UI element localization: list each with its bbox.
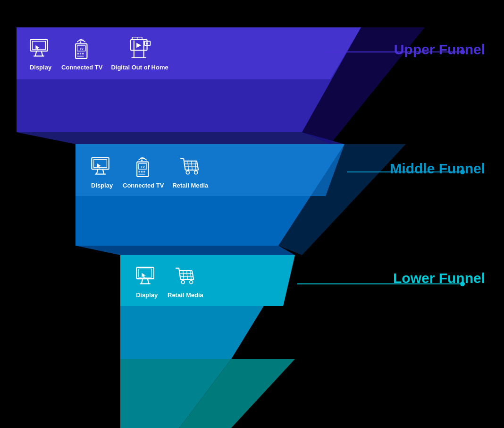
svg-point-81: [190, 280, 193, 283]
svg-rect-24: [80, 52, 81, 54]
dooh-icon: [127, 36, 152, 61]
connected-tv-icon-item: TV Connected TV: [61, 36, 102, 71]
svg-rect-48: [138, 171, 140, 172]
dooh-label: Digital Out of Home: [111, 64, 168, 71]
svg-text:TV: TV: [79, 47, 84, 50]
upper-dot: [460, 50, 465, 54]
connected-tv-icon: TV: [70, 36, 94, 61]
svg-line-15: [35, 51, 37, 56]
svg-point-63: [194, 171, 198, 174]
middle-funnel-label: Middle Funnel: [390, 161, 485, 177]
svg-line-77: [190, 270, 191, 279]
svg-line-66: [142, 279, 143, 283]
lower-retail-media-icon: [173, 264, 198, 289]
funnel-diagram: Display TV: [0, 0, 504, 428]
retail-media-icon-item: Retail Media: [172, 154, 208, 189]
retail-media-label: Retail Media: [172, 182, 208, 189]
middle-connected-tv-label: Connected TV: [123, 182, 164, 189]
svg-point-80: [181, 280, 185, 283]
svg-marker-30: [136, 43, 141, 47]
svg-line-55: [197, 161, 198, 170]
svg-line-59: [195, 161, 196, 170]
lower-funnel-section: Display Retail Media: [120, 255, 307, 307]
retail-media-icon: [178, 154, 202, 179]
svg-point-19: [80, 41, 81, 43]
lower-display-icon-item: Display: [134, 264, 159, 299]
svg-rect-65: [139, 269, 152, 277]
middle-funnel-icons: Display TV Connected TV: [76, 154, 222, 189]
display-label: Display: [30, 64, 51, 71]
middle-connected-tv-icon-item: TV Connected TV: [123, 154, 164, 189]
svg-line-41: [103, 169, 104, 174]
svg-line-53: [184, 158, 185, 170]
middle-connected-tv-icon: TV: [131, 154, 156, 179]
dooh-icon-item: Digital Out of Home: [111, 36, 168, 71]
svg-line-73: [192, 270, 193, 279]
lower-dot: [460, 282, 465, 286]
svg-line-16: [42, 51, 43, 56]
lower-display-icon: [134, 264, 159, 289]
lower-connector-line: [297, 283, 465, 284]
svg-rect-39: [94, 159, 107, 167]
middle-dot: [460, 170, 465, 174]
svg-rect-50: [143, 171, 145, 172]
svg-line-58: [192, 161, 193, 170]
svg-text:TV: TV: [141, 165, 145, 168]
svg-line-71: [179, 268, 180, 279]
display-icon-item: Display: [28, 36, 53, 71]
svg-rect-14: [33, 41, 46, 49]
svg-marker-3: [17, 132, 344, 144]
svg-rect-25: [82, 52, 84, 54]
lower-retail-media-label: Retail Media: [168, 291, 203, 299]
middle-connector-line: [347, 171, 465, 172]
upper-funnel-icons: Display TV: [14, 36, 183, 71]
svg-line-75: [183, 270, 184, 279]
svg-rect-26: [77, 55, 84, 57]
upper-connector-line: [326, 51, 465, 52]
svg-line-76: [187, 270, 188, 279]
lower-funnel-icons: Display Retail Media: [120, 264, 218, 299]
display-icon: [28, 36, 53, 61]
middle-display-icon: [90, 154, 114, 179]
upper-funnel-label: Upper Funnel: [394, 42, 485, 58]
middle-display-icon-item: Display: [90, 154, 114, 189]
svg-point-62: [186, 171, 190, 174]
svg-rect-23: [77, 52, 78, 54]
svg-line-40: [97, 169, 98, 174]
svg-line-57: [188, 161, 189, 170]
upper-funnel-section: Display TV: [14, 27, 368, 79]
middle-funnel-section: Display TV Connected TV: [76, 146, 359, 197]
svg-point-44: [141, 159, 143, 161]
svg-rect-51: [138, 173, 145, 175]
connected-tv-label: Connected TV: [61, 64, 102, 71]
svg-marker-6: [76, 246, 295, 255]
svg-line-67: [148, 279, 149, 283]
lower-retail-media-icon-item: Retail Media: [168, 264, 203, 299]
svg-rect-49: [141, 171, 143, 172]
middle-display-label: Display: [91, 182, 113, 189]
lower-display-label: Display: [136, 291, 158, 299]
